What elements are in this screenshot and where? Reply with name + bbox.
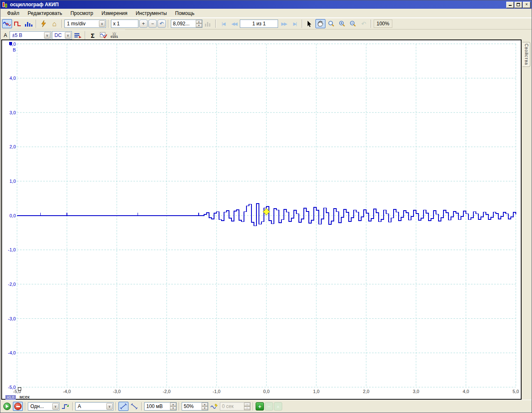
oscilloscope-plot-svg[interactable]: 5,04,03,02,01,00,0-1,0-2,0-3,0-4,0-5,0В-… [2,40,521,399]
pretrigger-spinner[interactable]: 50% ▴▾ [182,402,208,411]
svg-text:5,0: 5,0 [512,389,519,394]
edge-trigger-icon [62,403,69,410]
channel-toolbar: A ±5 В ∨ DC ∨ Σ [0,30,125,41]
digital-icon: ╳╳ 0101 [111,32,118,39]
window-title: осциллограф АКИП [10,2,506,7]
spinner-arrows[interactable]: ▴▾ [196,20,202,27]
pretrigger-value: 50% [182,403,202,410]
properties-tab[interactable]: Свойства [522,42,530,67]
undo-icon: ↶ [361,21,366,27]
horizontal-scale-field[interactable]: x 1 [111,20,138,28]
svg-text:0,0: 0,0 [10,213,16,218]
add-trace-button[interactable]: + [256,402,264,411]
zoom-level-label: 100% [374,20,392,28]
rising-edge-button[interactable] [118,402,128,411]
trigger-marker-button[interactable] [209,402,219,411]
zoom-out-tool-button[interactable] [348,19,358,28]
chevron-down-icon: ∨ [52,403,59,410]
falling-edge-icon [131,403,138,409]
close-icon: × [525,2,528,7]
x-axis-unit: мсек [20,394,30,399]
up-arrow-icon: ▲ [276,404,280,408]
auto-setup-button[interactable] [39,19,49,28]
scope-view-button[interactable] [2,19,12,28]
run-mode-select[interactable]: Одн... ∨ [28,402,59,411]
svg-text:1,0: 1,0 [10,179,16,184]
spinner-arrows[interactable]: ▴▾ [170,403,176,410]
spinner-arrows: ▴▾ [244,403,250,410]
nav-first-button[interactable]: |◀ [218,19,228,28]
zoom-in-tool-button[interactable] [337,19,347,28]
waveform-marker-icon [210,403,218,410]
digital-display-button[interactable]: ╳╳ 0101 [109,31,119,40]
nav-first-icon: |◀ [222,21,224,27]
zoom-in-scale-button[interactable]: + [139,20,148,28]
restore-button[interactable] [515,2,522,8]
svg-text:-2,0: -2,0 [163,389,171,394]
trigger-settings-button[interactable] [60,402,70,411]
timebase-select[interactable]: 1 ms/div ∨ [64,20,106,28]
pointer-tool-button[interactable] [305,19,315,28]
stop-button[interactable] [13,402,23,411]
zoom-region-tool-button[interactable] [326,19,336,28]
menu-measurements[interactable]: Измерения [97,9,131,17]
oscilloscope-display[interactable]: 5,04,03,02,01,00,0-1,0-2,0-3,0-4,0-5,0В-… [1,39,522,400]
page-indicator: 1 из 1 [240,20,278,28]
samples-spinner[interactable]: 8,092... ▴▾ [171,20,202,28]
nav-prev-button[interactable]: ◀◀ [229,19,239,28]
menu-file[interactable]: Файл [3,9,24,17]
nav-next-button[interactable]: ▶▶ [279,19,289,28]
restore-icon [517,3,520,6]
trigger-level-spinner[interactable]: 100 мВ ▴▾ [144,402,177,411]
trigger-source-value: A [76,403,106,409]
app-window: осциллограф АКИП × Файл Редактировать Пр… [0,0,532,413]
reference-waveform-button[interactable] [99,31,108,40]
minimize-button[interactable] [506,2,514,8]
sigma-icon: Σ [91,32,95,39]
minus-icon: − [267,403,271,410]
menu-help[interactable]: Помощь [171,9,198,17]
svg-text:2,0: 2,0 [10,144,16,149]
main-toolbar: ⌂ 1 ms/div ∨ x 1 + − ↶ 8,092... ▴▾ |◀ ◀◀… [0,18,532,30]
rising-edge-icon [120,403,127,409]
arrow-cursor-icon [307,21,312,27]
coupling-select[interactable]: DC ∨ [52,31,72,39]
svg-text:4,0: 4,0 [463,389,469,394]
plus-icon: + [142,21,145,27]
svg-text:-1,0: -1,0 [8,247,16,252]
remove-trace-button-disabled: − [265,402,273,411]
range-select[interactable]: ±5 В ∨ [10,31,51,39]
channel-label: A [2,32,9,38]
app-icon [2,2,8,7]
histogram-icon [25,21,33,27]
home-button[interactable]: ⌂ [49,19,59,28]
acquisition-toolbar: Одн... ∨ A ∨ [0,400,532,413]
svg-text:В: В [13,47,16,52]
pan-tool-button[interactable] [315,19,325,28]
menu-tools[interactable]: Инструменты [131,9,171,17]
channel-settings-button[interactable] [73,31,83,40]
nav-last-button[interactable]: ▶| [290,19,300,28]
reset-scale-button[interactable]: ↶ [158,20,166,28]
falling-edge-button[interactable] [129,402,139,411]
spectrum-view-button[interactable] [13,19,23,28]
undo-zoom-button-disabled: ↶ [359,19,369,28]
spinner-arrows[interactable]: ▴▾ [202,403,208,410]
menu-edit[interactable]: Редактировать [24,9,66,17]
timebase-value: 1 ms/div [65,21,99,27]
svg-text:-3,0: -3,0 [8,316,16,321]
chevron-down-icon: ∨ [99,20,105,27]
menu-view[interactable]: Просмотр [66,9,97,17]
waveform-check-icon [100,32,107,39]
undo-small-icon: ↶ [160,21,164,27]
run-button[interactable] [2,402,12,411]
math-button[interactable]: Σ [88,31,98,40]
zoom-out-scale-button[interactable]: − [148,20,157,28]
histogram-gray-icon [204,21,212,27]
histogram-view-button[interactable] [24,19,34,28]
trigger-source-select[interactable]: A ∨ [75,402,113,411]
x-scale-badge: x1,0 [5,395,16,400]
samples-value: 8,092... [171,20,196,27]
close-button[interactable]: × [523,2,530,8]
magnifier-region-icon [328,20,335,27]
